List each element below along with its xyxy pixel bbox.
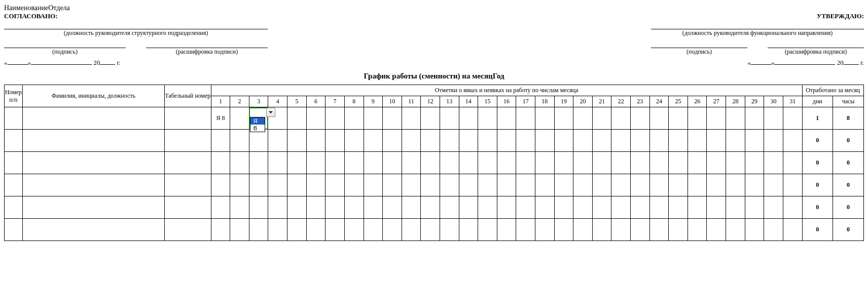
cell-day[interactable] <box>421 174 440 196</box>
cell-day[interactable] <box>745 107 764 130</box>
cell-day[interactable] <box>344 219 364 241</box>
cell-day[interactable] <box>478 196 497 219</box>
cell-day[interactable] <box>211 174 230 196</box>
cell-total-hours[interactable]: 0 <box>833 196 864 219</box>
cell-day[interactable] <box>783 152 802 174</box>
cell-day[interactable] <box>688 196 707 219</box>
cell-day[interactable] <box>592 174 611 196</box>
cell-day[interactable] <box>440 219 459 241</box>
cell-num[interactable] <box>5 174 23 196</box>
cell-day[interactable] <box>707 196 726 219</box>
cell-day[interactable] <box>402 219 421 241</box>
cell-day[interactable] <box>516 219 535 241</box>
cell-day[interactable] <box>707 174 726 196</box>
cell-day[interactable] <box>726 196 745 219</box>
cell-day[interactable] <box>497 219 516 241</box>
cell-total-hours[interactable]: 0 <box>833 130 864 152</box>
cell-day[interactable] <box>783 219 802 241</box>
cell-day[interactable] <box>497 107 516 130</box>
cell-day[interactable] <box>287 107 307 130</box>
cell-day[interactable] <box>497 152 516 174</box>
cell-day[interactable] <box>783 107 802 130</box>
cell-day[interactable] <box>535 130 555 152</box>
cell-day[interactable] <box>383 196 402 219</box>
cell-day[interactable] <box>230 196 249 219</box>
cell-day[interactable] <box>326 174 345 196</box>
cell-day[interactable] <box>611 107 631 130</box>
cell-day[interactable] <box>230 152 249 174</box>
cell-name[interactable] <box>22 130 164 152</box>
cell-day[interactable] <box>554 174 573 196</box>
cell-day[interactable] <box>402 196 421 219</box>
cell-day[interactable] <box>573 174 593 196</box>
cell-day[interactable] <box>364 174 383 196</box>
cell-day[interactable] <box>535 107 555 130</box>
cell-day[interactable] <box>764 107 783 130</box>
cell-day[interactable] <box>344 152 364 174</box>
cell-day[interactable] <box>611 152 631 174</box>
cell-day[interactable] <box>459 196 478 219</box>
cell-day[interactable] <box>611 174 631 196</box>
cell-day[interactable] <box>306 196 326 219</box>
cell-day[interactable]: Я 8 <box>211 107 230 130</box>
cell-day[interactable] <box>688 174 707 196</box>
cell-day[interactable] <box>344 174 364 196</box>
cell-num[interactable] <box>5 219 23 241</box>
cell-day[interactable] <box>364 107 383 130</box>
cell-day[interactable] <box>707 219 726 241</box>
cell-day[interactable] <box>459 107 478 130</box>
cell-num[interactable] <box>5 152 23 174</box>
cell-day[interactable] <box>592 219 611 241</box>
cell-day[interactable] <box>707 107 726 130</box>
cell-day[interactable] <box>726 130 745 152</box>
cell-tab-number[interactable] <box>164 130 211 152</box>
cell-day[interactable] <box>669 107 688 130</box>
cell-day[interactable] <box>649 196 669 219</box>
cell-day[interactable] <box>383 152 402 174</box>
cell-day[interactable] <box>402 130 421 152</box>
cell-day[interactable] <box>249 130 268 152</box>
cell-day[interactable] <box>306 219 326 241</box>
cell-day[interactable] <box>421 152 440 174</box>
cell-day[interactable] <box>497 174 516 196</box>
cell-tab-number[interactable] <box>164 196 211 219</box>
cell-day[interactable] <box>554 219 573 241</box>
cell-day[interactable] <box>440 107 459 130</box>
cell-day[interactable] <box>230 219 249 241</box>
cell-day[interactable] <box>573 107 593 130</box>
cell-day[interactable] <box>592 152 611 174</box>
cell-name[interactable] <box>22 174 164 196</box>
cell-day[interactable] <box>344 196 364 219</box>
cell-day[interactable] <box>764 219 783 241</box>
cell-day[interactable] <box>478 107 497 130</box>
cell-day[interactable] <box>573 219 593 241</box>
cell-day[interactable] <box>383 219 402 241</box>
cell-day[interactable] <box>230 174 249 196</box>
cell-num[interactable] <box>5 130 23 152</box>
cell-day[interactable] <box>230 107 249 130</box>
cell-day[interactable] <box>516 107 535 130</box>
cell-day[interactable] <box>707 130 726 152</box>
cell-day[interactable] <box>326 196 345 219</box>
cell-day[interactable] <box>745 130 764 152</box>
cell-day[interactable] <box>592 130 611 152</box>
cell-day[interactable] <box>631 219 650 241</box>
cell-day[interactable] <box>478 152 497 174</box>
cell-day[interactable] <box>364 152 383 174</box>
cell-day[interactable] <box>440 196 459 219</box>
cell-day[interactable] <box>688 130 707 152</box>
cell-day[interactable] <box>326 152 345 174</box>
cell-day[interactable] <box>364 196 383 219</box>
cell-day[interactable] <box>344 107 364 130</box>
cell-day[interactable] <box>211 152 230 174</box>
cell-day[interactable] <box>326 107 345 130</box>
cell-day[interactable] <box>783 174 802 196</box>
cell-day[interactable] <box>364 130 383 152</box>
cell-day[interactable] <box>764 130 783 152</box>
cell-day[interactable] <box>326 130 345 152</box>
cell-day[interactable] <box>688 107 707 130</box>
cell-day[interactable] <box>554 196 573 219</box>
cell-tab-number[interactable] <box>164 107 211 130</box>
cell-day[interactable] <box>364 219 383 241</box>
cell-day[interactable] <box>230 130 249 152</box>
